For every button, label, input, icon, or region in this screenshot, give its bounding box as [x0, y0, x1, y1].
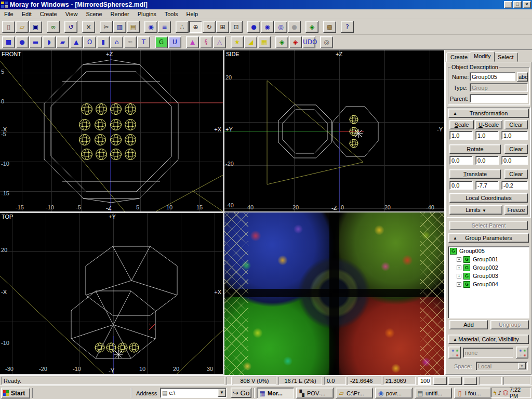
tree-expand-icon[interactable]: +: [457, 257, 461, 262]
menu-tools[interactable]: Tools: [161, 10, 182, 18]
maximize-viewport-icon[interactable]: ⊞: [216, 21, 229, 33]
render-preview-canvas[interactable]: [224, 212, 444, 375]
maximize-button[interactable]: □: [513, 1, 522, 8]
winamp-icon[interactable]: [114, 388, 126, 398]
camera-icon[interactable]: ◎: [320, 36, 333, 48]
plane-icon[interactable]: ▰: [56, 36, 69, 48]
zoom-level[interactable]: 100: [418, 377, 431, 385]
translate-button[interactable]: Translate: [449, 169, 501, 179]
align-icon[interactable]: ≡: [158, 21, 171, 33]
drag-points-icon[interactable]: ∴: [176, 21, 189, 33]
cut-icon[interactable]: ✂: [100, 21, 113, 33]
internet-explorer-icon[interactable]: [46, 388, 57, 398]
material-section-header[interactable]: ▲ Material, Color, Visibility: [448, 335, 529, 344]
tree-child-item[interactable]: + G Group004: [448, 280, 529, 288]
open-folder-icon[interactable]: ▱: [16, 21, 29, 33]
tree-expand-icon[interactable]: +: [457, 274, 461, 278]
tree-child-item[interactable]: + G Group001: [448, 255, 529, 263]
snap-to-grid-icon[interactable]: ●: [247, 21, 260, 33]
task-button[interactable]: ◉povr...: [375, 388, 413, 398]
extents-icon[interactable]: ◎: [274, 21, 287, 33]
axis-lock-button[interactable]: [433, 377, 447, 385]
mesh-icon[interactable]: △: [213, 36, 226, 48]
spot-light-icon[interactable]: ◢: [244, 36, 257, 48]
task-button[interactable]: ▚POV-...: [296, 388, 334, 398]
tree-expand-icon[interactable]: +: [457, 265, 461, 270]
go-button[interactable]: ↪ Go: [231, 388, 251, 398]
tab-modify[interactable]: Modify: [470, 51, 495, 62]
media-player-icon[interactable]: [91, 388, 103, 398]
tree-root-item[interactable]: G Group005: [448, 247, 529, 255]
volume-icon[interactable]: ♪: [498, 390, 501, 396]
material-library-icon[interactable]: ◈: [275, 36, 288, 48]
prism-icon[interactable]: ⌂: [110, 36, 123, 48]
menu-help[interactable]: Help: [182, 10, 202, 18]
axis-lock-button[interactable]: [448, 377, 462, 385]
area-light-icon[interactable]: ▦: [258, 36, 271, 48]
delete-icon[interactable]: ×: [82, 21, 95, 33]
help-icon[interactable]: ?: [341, 21, 354, 33]
superellipsoid-icon[interactable]: ▬: [29, 36, 42, 48]
tree-child-item[interactable]: + G Group002: [448, 263, 529, 272]
sweep-icon[interactable]: ◉: [144, 21, 157, 33]
task-button[interactable]: ▯I fou...: [454, 388, 491, 398]
start-button[interactable]: Start: [1, 388, 30, 398]
render-preview-icon[interactable]: ∞: [47, 21, 60, 33]
copy-icon[interactable]: ▥: [113, 21, 126, 33]
new-file-icon[interactable]: ▯: [2, 21, 15, 33]
text-icon[interactable]: T: [137, 36, 150, 48]
tab-select[interactable]: Select: [494, 52, 518, 62]
menu-plugins[interactable]: Plugins: [134, 10, 161, 18]
top-viewport-canvas[interactable]: TOP +Y -Y -X +X -30 -20 -10 10 20 30 20 …: [0, 213, 223, 374]
udo-import-icon[interactable]: UDO: [302, 36, 315, 48]
tab-create[interactable]: Create: [446, 52, 472, 62]
uscale-button[interactable]: U-Scale: [475, 120, 502, 129]
heightfield-icon[interactable]: ▲: [186, 36, 199, 48]
front-viewport-canvas[interactable]: FRONT +Z -Z -X +X -15 -10 -5 5 10 15 5 0…: [0, 50, 223, 211]
material-dots-icon[interactable]: ◈: [305, 21, 318, 33]
tile-viewports-icon[interactable]: ⊡: [230, 21, 243, 33]
scale-x-field[interactable]: [449, 131, 473, 140]
paste-icon[interactable]: ▤: [127, 21, 140, 33]
undo-icon[interactable]: ↺: [64, 21, 77, 33]
move-icon[interactable]: ⊕: [189, 21, 202, 33]
cylinder-icon[interactable]: ▮: [97, 36, 110, 48]
translate-y-field[interactable]: [475, 181, 499, 190]
scale-clear-button[interactable]: Clear: [504, 120, 528, 129]
group-icon[interactable]: G: [155, 36, 168, 48]
tree-child-item[interactable]: + G Group003: [448, 272, 529, 280]
blob-icon[interactable]: ≈: [124, 36, 137, 48]
menu-render[interactable]: Render: [107, 10, 134, 18]
group-tree[interactable]: G Group005 + G Group001 + G Group002: [448, 246, 529, 318]
freeze-button[interactable]: Freeze: [504, 205, 528, 215]
show-desktop-icon[interactable]: [34, 388, 46, 398]
bezier-patch-icon[interactable]: §: [200, 36, 212, 48]
rotate-z-field[interactable]: [501, 156, 528, 165]
hide-object-icon[interactable]: ●: [288, 21, 301, 33]
material-assign-icon[interactable]: ◈: [289, 36, 302, 48]
disc-icon[interactable]: ◗: [43, 36, 56, 48]
outlook-icon[interactable]: [57, 388, 69, 398]
dropdown-arrow-icon[interactable]: ▼: [218, 389, 226, 397]
translate-z-field[interactable]: [501, 181, 528, 190]
material-edit-icon[interactable]: [516, 347, 528, 358]
scale-button[interactable]: Scale: [449, 120, 474, 129]
add-button[interactable]: Add: [449, 320, 488, 329]
menu-view[interactable]: View: [61, 10, 82, 18]
rename-abc-button[interactable]: abc: [517, 72, 528, 82]
axis-lock-button[interactable]: [463, 377, 477, 385]
plugin-library-icon[interactable]: ▩: [323, 21, 336, 33]
scale-y-field[interactable]: [475, 131, 499, 140]
rotate-y-field[interactable]: [475, 156, 499, 165]
menu-create[interactable]: Create: [36, 10, 61, 18]
rotate-clear-button[interactable]: Clear: [504, 144, 528, 154]
limits-button[interactable]: Limits ▼: [449, 205, 502, 215]
winamp-tray-icon[interactable]: ϟ: [493, 390, 497, 396]
name-field[interactable]: [470, 72, 515, 81]
menu-edit[interactable]: Edit: [18, 10, 36, 18]
task-button[interactable]: ▤untitl...: [415, 388, 452, 398]
scale-z-field[interactable]: [501, 131, 528, 140]
material-browse-icon[interactable]: [448, 347, 461, 358]
rotate-button[interactable]: Rotate: [449, 144, 501, 154]
cube-icon[interactable]: ■: [2, 36, 15, 48]
